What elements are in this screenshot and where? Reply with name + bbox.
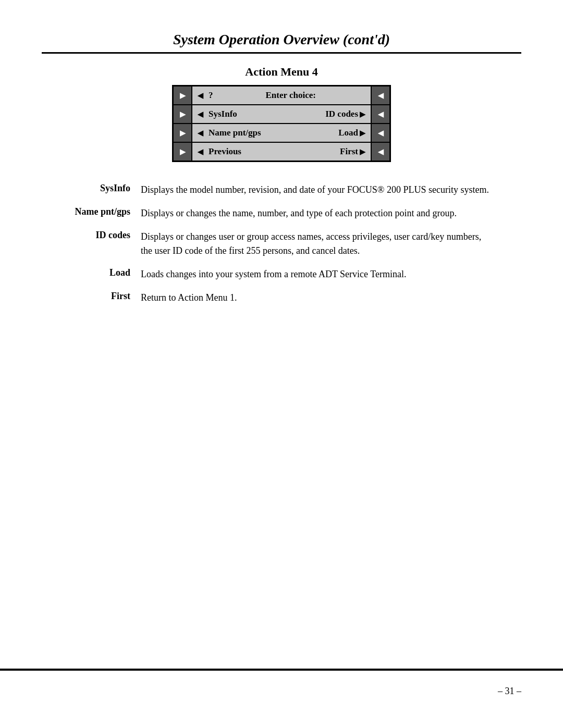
menu-row3-content: ◀ Name pnt/gps Load ▶ [192,124,371,142]
action-menu-4-box: ▶ ◀ ? Enter choice: ◀ ▶ ◀ SysInfo ID cod… [172,85,391,162]
menu-row2-label-right: ID codes ▶ [325,109,365,119]
page-title: System Operation Overview (cont'd) [42,31,521,54]
menu-row-3: ▶ ◀ Name pnt/gps Load ▶ ◀ [174,124,389,143]
desc-namepntgps-def: Displays or changes the name, number, an… [141,206,490,220]
desc-load: Load Loads changes into your system from… [73,267,490,281]
desc-first-term: First [73,291,141,302]
section-title: Action Menu 4 [42,65,521,79]
menu-row3-left-btn[interactable]: ▶ [174,124,192,142]
menu-row4-left-btn[interactable]: ▶ [174,143,192,161]
desc-namepntgps-term: Name pnt/gps [73,206,141,217]
desc-namepntgps: Name pnt/gps Displays or changes the nam… [73,206,490,220]
page-container: System Operation Overview (cont'd) Actio… [0,0,563,728]
menu-row2-inner-left-arrow: ◀ [198,110,203,119]
menu-row1-content: ◀ ? Enter choice: [192,87,371,104]
menu-row2-right-btn[interactable]: ◀ [371,105,389,123]
menu-row4-label-right: First ▶ [340,146,365,157]
desc-sysinfo: SysInfo Displays the model number, revis… [73,183,490,197]
menu-row-1: ▶ ◀ ? Enter choice: ◀ [174,87,389,105]
desc-idcodes: ID codes Displays or changes user or gro… [73,230,490,258]
desc-sysinfo-term: SysInfo [73,183,141,194]
menu-row4-right-btn[interactable]: ◀ [371,143,389,161]
page-number: – 31 – [498,686,521,697]
menu-box-wrapper: ▶ ◀ ? Enter choice: ◀ ▶ ◀ SysInfo ID cod… [42,85,521,162]
bottom-rule [0,669,563,671]
menu-row-4: ▶ ◀ Previous First ▶ ◀ [174,143,389,161]
menu-row1-left-btn[interactable]: ▶ [174,87,192,104]
desc-load-def: Loads changes into your system from a re… [141,267,490,281]
desc-idcodes-term: ID codes [73,230,141,241]
menu-row4-right-arrow-inline: ▶ [360,147,365,156]
menu-row4-label-left: Previous [209,146,241,157]
menu-row3-label-left: Name pnt/gps [209,128,261,138]
menu-row1-label-left: ? [209,90,213,101]
desc-load-term: Load [73,267,141,278]
menu-row2-left-btn[interactable]: ▶ [174,105,192,123]
menu-row1-right-btn[interactable]: ◀ [371,87,389,104]
menu-row4-inner-left-arrow: ◀ [198,147,203,156]
menu-row4-content: ◀ Previous First ▶ [192,143,371,161]
menu-row3-right-arrow-inline: ▶ [360,129,365,138]
menu-row3-inner-left-arrow: ◀ [198,129,203,138]
menu-row1-inner-left-arrow: ◀ [198,91,203,100]
descriptions-section: SysInfo Displays the model number, revis… [73,183,490,314]
menu-row2-content: ◀ SysInfo ID codes ▶ [192,105,371,123]
desc-idcodes-def: Displays or changes user or group access… [141,230,490,258]
menu-row2-right-arrow-inline: ▶ [360,110,365,119]
menu-row3-label-right: Load ▶ [338,128,365,138]
desc-first: First Return to Action Menu 1. [73,291,490,305]
menu-row2-label-left: SysInfo [209,109,237,119]
desc-first-def: Return to Action Menu 1. [141,291,490,305]
menu-row-2: ▶ ◀ SysInfo ID codes ▶ ◀ [174,105,389,124]
menu-row3-right-btn[interactable]: ◀ [371,124,389,142]
desc-sysinfo-def: Displays the model number, revision, and… [141,183,490,197]
menu-row1-center: Enter choice: [216,90,366,101]
